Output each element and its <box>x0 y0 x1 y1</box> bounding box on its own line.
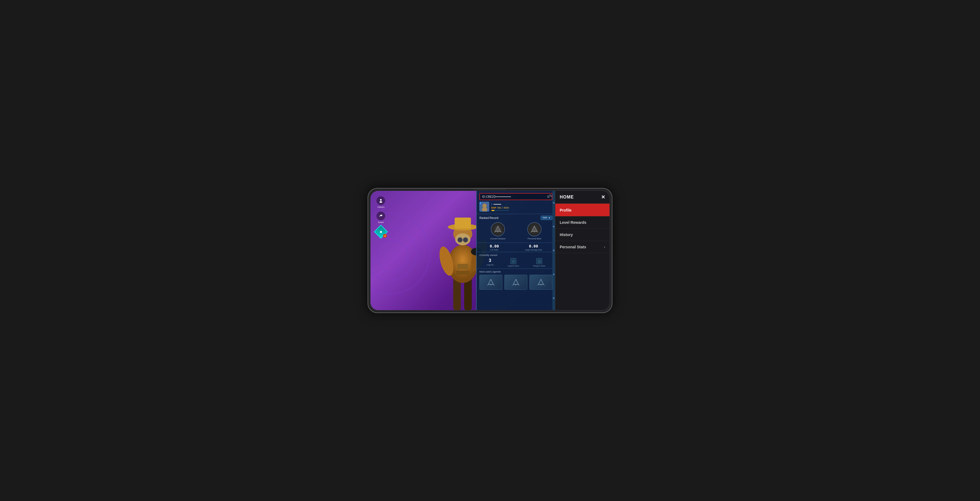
avg-damage-label: erage Damage Deal <box>525 249 542 251</box>
svg-point-19 <box>482 204 487 208</box>
panel-rivets <box>552 191 555 310</box>
legend-skins-label: Legend Skins <box>508 265 519 267</box>
camera-notch <box>474 189 506 191</box>
legends-owned: 3 Legends <box>487 258 494 267</box>
player-id-text: ID:CBE2D•••••••••••••• <box>482 195 511 198</box>
volume-up-button <box>368 210 368 219</box>
svg-rect-9 <box>455 218 471 229</box>
svg-marker-39 <box>538 279 544 284</box>
mode-selector[interactable]: TPP ▼ <box>541 216 552 220</box>
edit-icon[interactable]: ✎ <box>549 194 552 198</box>
owned-label: Currently owned <box>479 254 552 256</box>
ranked-section: Ranked Record TPP ▼ <box>477 214 555 243</box>
current-season-icon <box>491 222 505 236</box>
svg-line-37 <box>512 284 514 285</box>
rivet-3 <box>553 250 555 251</box>
owned-section: Currently owned 3 Legends ◻ Legend Skins… <box>477 252 555 269</box>
sidebar-item-history[interactable]: History <box>555 229 609 241</box>
player-avatar: f <box>479 202 489 212</box>
share-icon <box>377 212 385 220</box>
apex-logo-best <box>530 225 538 233</box>
visitors-icon <box>377 196 385 205</box>
visitors-label: Visitors <box>377 206 384 208</box>
chevron-down-icon: ▼ <box>548 217 550 219</box>
phone-screen: Visitors Share ◆ 10 <box>371 191 609 310</box>
legend-slot-3 <box>530 275 552 290</box>
rivet-5 <box>553 297 555 299</box>
sidebar-item-level-rewards[interactable]: Level Rewards <box>555 216 609 229</box>
legends-label: Legends <box>487 264 494 266</box>
rivet-4 <box>553 274 555 275</box>
game-area: Visitors Share ◆ 10 <box>371 191 555 310</box>
current-season-rank: Current Season <box>490 222 506 240</box>
volume-down-button <box>368 221 368 229</box>
weapon-skins-icon: ◻ <box>536 258 542 264</box>
svg-line-34 <box>493 284 494 285</box>
svg-line-30 <box>537 231 538 232</box>
personal-best-rank: Personal Best <box>527 222 541 240</box>
share-button[interactable]: Share <box>376 212 386 224</box>
legends-section: Most used Legends <box>477 269 555 310</box>
avg-damage-value: 0.00 <box>529 244 538 248</box>
exp-fill <box>492 210 494 211</box>
svg-line-25 <box>500 231 501 232</box>
weapon-skins-label: Weapon Skins <box>533 265 545 267</box>
close-button[interactable]: ✕ <box>601 194 605 200</box>
share-label: Share <box>378 221 383 224</box>
avg-damage-stat: 0.00 erage Damage Deal <box>525 244 542 251</box>
svg-rect-17 <box>456 270 469 275</box>
stats-row: 0.00 K/D Ratio 0.00 erage Damage Deal <box>477 243 555 252</box>
game-profile-panel: ID:CBE2D•••••••••••••• ⧉ ✎ f <box>476 191 555 310</box>
legends-slots-row <box>479 275 552 290</box>
svg-line-24 <box>494 231 495 232</box>
svg-line-42 <box>543 284 544 285</box>
sidebar-title: HOME <box>560 195 574 200</box>
ranked-label: Ranked Record <box>479 216 498 219</box>
exp-bar <box>492 210 509 211</box>
svg-line-29 <box>531 231 532 232</box>
svg-line-41 <box>538 284 538 285</box>
power-button <box>612 210 612 221</box>
kd-ratio-stat: 0.00 K/D Ratio <box>490 244 499 251</box>
player-id-box: ID:CBE2D•••••••••••••• ⧉ <box>479 193 552 200</box>
current-season-label: Current Season <box>490 237 506 240</box>
mode-text: TPP <box>542 216 547 219</box>
personal-best-icon <box>527 222 541 236</box>
apex-logo-current <box>494 225 502 233</box>
owned-row: 3 Legends ◻ Legend Skins ◻ Weapon Skins <box>479 258 552 267</box>
weapon-skins-owned: ◻ Weapon Skins <box>533 258 545 267</box>
svg-line-38 <box>518 284 519 285</box>
ranked-header: Ranked Record TPP ▼ <box>479 216 552 220</box>
sidebar-item-personal-stats[interactable]: Personal Stats › <box>555 241 609 253</box>
sidebar-item-profile[interactable]: Profile <box>555 204 609 216</box>
kd-ratio-label: K/D Ratio <box>490 249 498 251</box>
rivet-2 <box>553 226 555 227</box>
legend-skins-icon: ◻ <box>511 258 516 264</box>
rank-icons-row: Current Season <box>479 222 552 240</box>
svg-point-1 <box>379 201 382 203</box>
badge-button[interactable]: ◆ 10 <box>376 227 386 237</box>
svg-rect-16 <box>457 264 468 269</box>
svg-line-33 <box>487 284 488 285</box>
legend-slot-2 <box>504 275 527 290</box>
exp-row: EXP 581 / 3500 <box>492 207 509 209</box>
visitors-button[interactable]: Visitors <box>376 196 386 208</box>
sidebar-history-label: History <box>560 232 573 237</box>
sidebar-personal-stats-label: Personal Stats <box>560 245 586 249</box>
svg-point-12 <box>463 237 468 242</box>
svg-marker-31 <box>488 279 493 284</box>
bg-ring-3 <box>376 240 409 272</box>
svg-marker-35 <box>514 279 519 284</box>
player-info-row: f f •••••••• <box>479 202 552 212</box>
sidebar-header: HOME ✕ <box>555 191 609 204</box>
phone-device: Visitors Share ◆ 10 <box>368 188 612 313</box>
left-icons-panel: Visitors Share ◆ 10 <box>376 196 386 237</box>
panel-header: ID:CBE2D•••••••••••••• ⧉ ✎ f <box>477 191 555 214</box>
sidebar-profile-label: Profile <box>560 208 572 212</box>
right-sidebar: HOME ✕ Profile Level Rewards History Per… <box>555 191 609 310</box>
legends-count: 3 <box>489 258 492 263</box>
sidebar-level-rewards-label: Level Rewards <box>560 220 586 225</box>
exp-label: EXP <box>492 207 496 209</box>
chevron-right-icon: › <box>604 245 605 249</box>
player-details: f •••••••• EXP 581 / 3500 <box>492 203 509 211</box>
